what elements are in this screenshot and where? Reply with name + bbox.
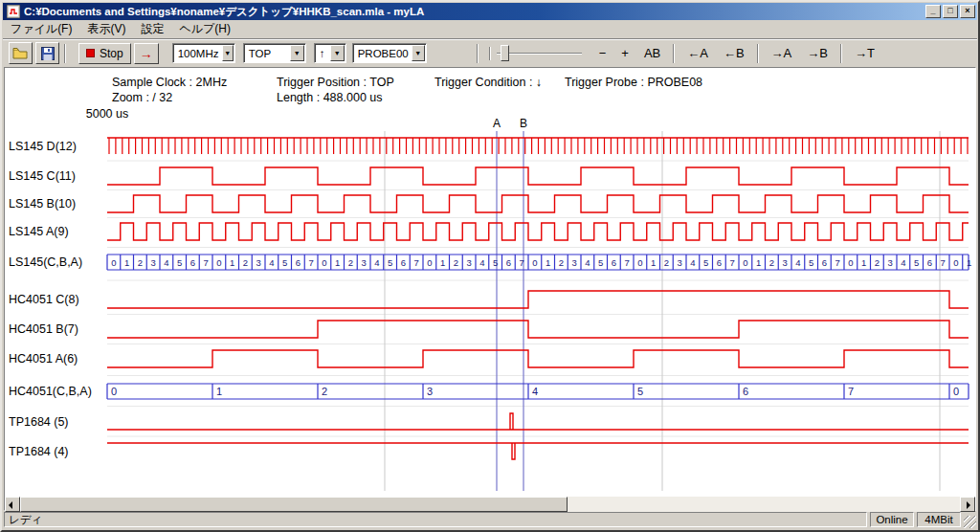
svg-text:2: 2 — [243, 257, 248, 268]
svg-text:0: 0 — [848, 257, 853, 268]
svg-text:2: 2 — [322, 386, 327, 397]
svg-text:0: 0 — [532, 257, 537, 268]
svg-text:6: 6 — [296, 257, 301, 268]
svg-text:3: 3 — [677, 257, 681, 268]
signal-label: HC4051 A(6) — [9, 352, 104, 366]
signal-label: LS145 A(9) — [9, 225, 104, 238]
svg-text:0: 0 — [953, 257, 958, 268]
signal-label: HC4051(C,B,A) — [9, 385, 104, 398]
zoom-info: Zoom : / 32 — [112, 91, 172, 104]
length-info: Length : 488.000 us — [277, 91, 383, 104]
svg-text:5: 5 — [493, 257, 498, 268]
svg-text:4: 4 — [795, 257, 800, 268]
svg-text:6: 6 — [743, 386, 748, 397]
svg-text:3: 3 — [782, 257, 787, 268]
svg-text:6: 6 — [822, 257, 827, 268]
svg-text:4: 4 — [164, 257, 168, 268]
svg-text:1: 1 — [440, 257, 445, 268]
svg-text:1: 1 — [651, 257, 656, 268]
svg-text:0: 0 — [427, 257, 432, 268]
svg-text:6: 6 — [927, 257, 932, 268]
svg-text:0: 0 — [637, 257, 642, 268]
svg-text:1: 1 — [335, 257, 340, 268]
signal-label: TP1684 (4) — [9, 445, 104, 458]
svg-text:1: 1 — [861, 257, 866, 268]
svg-text:1: 1 — [756, 257, 761, 268]
sample-clock-info: Sample Clock : 2MHz — [112, 76, 227, 89]
svg-text:4: 4 — [374, 257, 379, 268]
svg-text:7: 7 — [203, 257, 208, 268]
svg-text:7: 7 — [413, 257, 418, 268]
svg-text:3: 3 — [466, 257, 471, 268]
svg-text:3: 3 — [256, 257, 260, 268]
svg-text:6: 6 — [190, 257, 195, 268]
trigger-position-info: Trigger Position : TOP — [277, 76, 394, 89]
svg-text:6: 6 — [717, 257, 722, 268]
svg-text:3: 3 — [887, 257, 892, 268]
svg-text:4: 4 — [479, 257, 484, 268]
svg-text:5: 5 — [388, 257, 392, 268]
svg-text:1: 1 — [124, 257, 129, 268]
svg-text:1: 1 — [230, 257, 234, 268]
signal-label: LS145(C,B,A) — [9, 255, 104, 269]
svg-text:0: 0 — [111, 386, 117, 397]
svg-text:4: 4 — [585, 257, 590, 268]
trigger-condition-info: Trigger Condition : ↓ — [434, 76, 542, 89]
svg-text:1: 1 — [546, 257, 550, 268]
svg-text:4: 4 — [269, 257, 274, 268]
svg-text:3: 3 — [150, 257, 155, 268]
svg-text:5: 5 — [177, 257, 182, 268]
svg-text:5: 5 — [282, 257, 287, 268]
svg-text:2: 2 — [664, 257, 669, 268]
svg-text:7: 7 — [835, 257, 839, 268]
svg-text:0: 0 — [743, 257, 747, 268]
scroll-right-button[interactable] — [960, 497, 975, 512]
svg-text:5: 5 — [914, 257, 919, 268]
svg-text:7: 7 — [940, 257, 945, 268]
svg-text:6: 6 — [506, 257, 511, 268]
time-origin-label: 5000 us — [69, 107, 145, 121]
svg-text:3: 3 — [361, 257, 366, 268]
svg-text:0: 0 — [111, 257, 116, 268]
signal-label: HC4051 B(7) — [9, 322, 104, 336]
signal-label: LS145 D(12) — [9, 140, 104, 153]
svg-text:0: 0 — [216, 257, 221, 268]
svg-text:2: 2 — [559, 257, 564, 268]
right-arrow-icon — [967, 501, 970, 509]
svg-text:7: 7 — [519, 257, 523, 268]
scroll-left-button[interactable] — [5, 497, 20, 512]
svg-text:2: 2 — [454, 257, 458, 268]
svg-text:5: 5 — [598, 257, 603, 268]
svg-text:4: 4 — [901, 257, 905, 268]
svg-text:5: 5 — [809, 257, 813, 268]
svg-text:1: 1 — [967, 257, 971, 268]
svg-text:2: 2 — [875, 257, 880, 268]
svg-text:5: 5 — [637, 386, 643, 397]
signal-label: HC4051 C(8) — [9, 293, 104, 306]
svg-text:7: 7 — [308, 257, 313, 268]
trigger-probe-info: Trigger Probe : PROBE08 — [565, 76, 702, 89]
svg-text:1: 1 — [216, 386, 222, 397]
scrollbar-track[interactable] — [20, 497, 960, 512]
svg-text:4: 4 — [690, 257, 695, 268]
svg-text:3: 3 — [571, 257, 576, 268]
svg-text:0: 0 — [322, 257, 326, 268]
marker-label-b[interactable]: B — [518, 117, 529, 130]
left-arrow-icon — [9, 501, 12, 509]
svg-text:0: 0 — [953, 386, 959, 397]
app-window: C:¥Documents and Settings¥noname¥デスクトップ¥… — [0, 0, 980, 532]
svg-text:7: 7 — [729, 257, 734, 268]
svg-text:6: 6 — [612, 257, 616, 268]
signal-label: LS145 B(10) — [9, 197, 104, 211]
svg-text:3: 3 — [427, 386, 433, 397]
svg-text:2: 2 — [769, 257, 774, 268]
svg-text:2: 2 — [348, 257, 353, 268]
svg-text:2: 2 — [138, 257, 143, 268]
signal-label: TP1684 (5) — [9, 415, 104, 429]
svg-text:7: 7 — [624, 257, 629, 268]
horizontal-scrollbar[interactable] — [5, 497, 975, 512]
signal-label: LS145 C(11) — [9, 169, 104, 183]
scrollbar-thumb[interactable] — [20, 497, 568, 512]
svg-text:6: 6 — [401, 257, 406, 268]
marker-label-a[interactable]: A — [491, 117, 502, 130]
